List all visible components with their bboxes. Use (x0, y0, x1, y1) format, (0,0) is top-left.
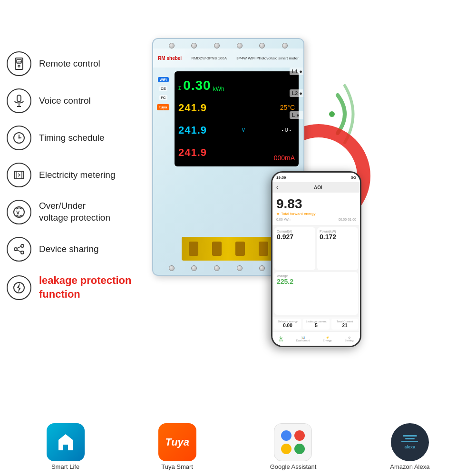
svg-point-18 (14, 248, 17, 251)
display-row-kwh: Σ 0.30 kWh (178, 75, 295, 96)
phone-mockup: 19:59 5G ‹ AOI 9.83 ★ Total forward ener… (271, 171, 361, 347)
tuya-smart-label: Tuya Smart (161, 463, 193, 470)
google-dot-red (294, 430, 305, 441)
tuya-text: Tuya (165, 436, 189, 448)
smart-life-logo (47, 423, 85, 461)
phone-stat-voltage: Voltage 225.2 (274, 272, 358, 315)
phone-main-value-section: 9.83 ★ Total forward energy 0.00 kWh 00:… (272, 193, 360, 225)
google-dot-blue (281, 430, 291, 441)
meter-icon (7, 163, 31, 187)
display-row-temp: 241.9 25°C (178, 97, 295, 118)
tuya-logo: Tuya (158, 423, 196, 461)
svg-point-10 (19, 137, 20, 139)
google-dot-green (294, 444, 305, 454)
app-icon: APP (7, 51, 31, 76)
phone-main-number: 9.83 (276, 196, 356, 212)
phone-tab-on[interactable]: ⏻ON (279, 336, 283, 342)
share-icon (7, 237, 31, 262)
svg-line-20 (17, 250, 21, 252)
phone-tab-setting[interactable]: ⚙Setting (345, 336, 354, 342)
phone-signal: 5G (351, 175, 356, 180)
electricity-metering-label: Electricity metering (39, 169, 116, 181)
phone-status-bar: 19:59 5G (272, 173, 360, 182)
main-container: APP Remote control Voice control (0, 0, 476, 476)
phone-back-button[interactable]: ‹ (276, 184, 278, 191)
smart-life-logo-item: Smart Life (47, 423, 85, 470)
device-sharing-label: Device sharing (39, 243, 99, 255)
voltage-icon: V (7, 200, 31, 224)
meter-side-labels: L1 ● L2 ● L ● (290, 68, 304, 119)
svg-point-16 (21, 244, 24, 247)
phone-tab-energy[interactable]: ⚡Energy (323, 336, 332, 342)
phone-time: 19:59 (276, 175, 286, 180)
l1-label: L1 ● (290, 68, 304, 75)
bolt-b3 (214, 265, 220, 271)
alexa-wave-1 (403, 435, 417, 437)
phone-stats-grid: Current(A) 0.927 Power(kW) 0.172 Voltage… (272, 225, 360, 317)
bolt-1 (169, 43, 175, 49)
current-unit: 000mA (274, 154, 295, 162)
tuya-badge: tuya (157, 104, 169, 110)
amazon-alexa-label: Amazon Alexa (390, 463, 429, 470)
google-dots (276, 426, 310, 459)
clock-icon (7, 126, 31, 150)
meter-brand-label: RM shebei (158, 56, 182, 61)
google-assistant-logo (274, 423, 312, 461)
bolt-4 (237, 43, 243, 49)
temp-value: 241.9 (178, 102, 207, 114)
svg-point-17 (21, 251, 24, 254)
smart-life-label: Smart Life (51, 463, 79, 470)
phone-kwh-value: 0.00 kWh (276, 218, 291, 221)
current-value: 241.9 (178, 146, 207, 159)
meter-model: RMDZW-3PNB 100A (191, 56, 227, 60)
alexa-logo: alexa (391, 423, 429, 461)
kwh-value: 0.30 (183, 78, 211, 93)
display-row-voltage: 241.9 V - U - (178, 120, 295, 140)
meter-title: 3P4W WiFi Photovoltaic smart meter (236, 56, 299, 60)
alexa-wave-3 (401, 441, 418, 442)
terminal-4 (259, 242, 268, 256)
svg-rect-4 (17, 95, 21, 102)
voice-control-label: Voice control (39, 95, 91, 107)
svg-point-22 (329, 111, 335, 117)
phone-nav-bar: ‹ AOI (272, 182, 360, 193)
fc-badge: FC (159, 95, 167, 100)
meter-header: RM shebei RMDZW-3PNB 100A 3P4W WiFi Phot… (153, 49, 303, 68)
kwh-unit: kWh (213, 86, 224, 92)
alexa-wave-2 (405, 438, 415, 439)
phone-tab-bar: ⏻ON 📊Dashboard ⚡Energy ⚙Setting (272, 331, 360, 346)
phone-stat-power: Power(kW) 0.172 (317, 227, 358, 270)
svg-line-19 (17, 247, 21, 249)
meter-bolts-top (153, 43, 303, 49)
google-dot-yellow (281, 444, 291, 454)
alexa-icon: alexa (401, 423, 418, 461)
ce-badge: CE (159, 86, 167, 91)
bolt-b4 (237, 265, 243, 271)
device-area: RM shebei RMDZW-3PNB 100A 3P4W WiFi Phot… (133, 29, 333, 352)
phone-app-title: AOI (314, 185, 322, 190)
timing-schedule-label: Timing schedule (39, 132, 105, 144)
bolt-b1 (169, 265, 175, 271)
bolt-6 (282, 43, 288, 49)
svg-point-2 (18, 65, 20, 67)
phone-kwh-time: 00:00-01:00 (339, 218, 356, 221)
voltage-value: 241.9 (178, 124, 207, 136)
svg-point-21 (14, 282, 24, 293)
phone-screen: 19:59 5G ‹ AOI 9.83 ★ Total forward ener… (272, 173, 360, 346)
remote-control-label: Remote control (39, 58, 100, 70)
phone-bottom-stats: Balance energy 0.00 Leakage current 5 To… (272, 317, 360, 331)
bolt-b2 (191, 265, 197, 271)
amazon-alexa-logo-item: alexa Amazon Alexa (390, 423, 429, 470)
phone-balance-card: Balance energy 0.00 (274, 319, 301, 330)
tuya-smart-logo-item: Tuya Tuya Smart (158, 423, 196, 470)
google-assistant-label: Google Assistant (270, 463, 317, 470)
svg-text:APP: APP (17, 60, 22, 63)
svg-rect-11 (14, 171, 24, 179)
phone-total-card: Total Current 21 (331, 319, 358, 330)
l2-label: L2 ● (290, 89, 304, 97)
logos-row: Smart Life Tuya Tuya Smart Google Assist… (0, 423, 476, 470)
phone-tab-dashboard[interactable]: 📊Dashboard (296, 336, 310, 342)
phone-energy-label: ★ Total forward energy (276, 212, 356, 216)
terminal-3 (235, 242, 245, 256)
phone-stat-current: Current(A) 0.927 (274, 227, 315, 270)
